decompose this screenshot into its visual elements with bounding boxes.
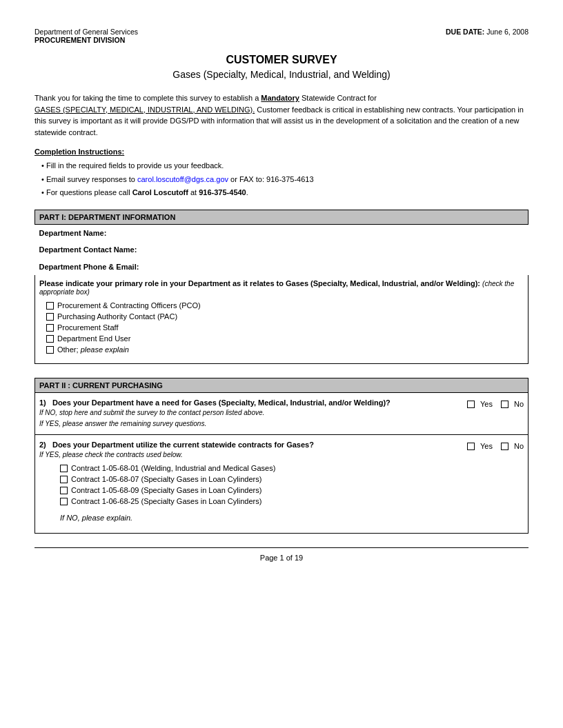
yes-label: Yes (480, 400, 493, 408)
contract-1: Contract 1-05-68-01 (Welding, Industrial… (60, 464, 517, 472)
question1-row: 1) Does your Department have a need for … (35, 393, 529, 435)
dept-phone-row: Department Phone & Email: (35, 259, 529, 276)
intro-mandatory: Mandatory (261, 94, 299, 102)
completion-item-2: Email survey responses to carol.loscutof… (41, 174, 529, 185)
if-no-explain: If NO, please explain. (39, 511, 524, 527)
page-header: Department of General Services PROCUREME… (34, 28, 529, 44)
title-section: CUSTOMER SURVEY Gases (Specialty, Medica… (34, 54, 529, 80)
checkbox-q1-no[interactable] (501, 401, 508, 408)
yes-label-2: Yes (480, 442, 493, 450)
role-label: Please indicate your primary role in you… (39, 279, 524, 296)
question2-bold: 2) Does your Department utilize the curr… (39, 441, 314, 449)
checkbox-contract-4[interactable] (60, 498, 68, 505)
checkbox-q2-yes[interactable] (467, 443, 475, 450)
role-pco-label: Procurement & Contracting Officers (PCO) (57, 301, 201, 310)
subtitle: Gases (Specialty, Medical, Industrial, a… (34, 69, 529, 80)
role-sublabel: (check the appropriate box) (39, 280, 514, 296)
role-list: Procurement & Contracting Officers (PCO)… (39, 297, 524, 361)
contract-3: Contract 1-05-68-09 (Specialty Gases in … (60, 486, 517, 494)
role-pac: Purchasing Authority Contact (PAC) (46, 312, 517, 321)
completion-section: Completion Instructions: Fill in the req… (34, 148, 529, 199)
org-line2: PROCUREMENT DIVISION (34, 36, 138, 44)
role-pco: Procurement & Contracting Officers (PCO) (46, 301, 517, 310)
contact-phone: 916-375-4540 (199, 188, 246, 196)
dept-contact-row: Department Contact Name: (35, 241, 529, 259)
role-end-user: Department End User (46, 334, 517, 343)
role-end-user-label: Department End User (57, 334, 130, 343)
question2-inner: 2) Does your Department utilize the curr… (39, 441, 524, 460)
completion-item-1: Fill in the required fields to provide u… (41, 160, 529, 172)
due-date-value: June 6, 2008 (486, 28, 529, 36)
role-procurement-staff: Procurement Staff (46, 323, 517, 332)
due-date-section: DUE DATE: June 6, 2008 (446, 28, 529, 36)
question1-yes: Yes (467, 400, 493, 408)
question1-note2: If YES, please answer the remaining surv… (39, 419, 459, 429)
intro-text1: Thank you for taking the time to complet… (34, 94, 261, 102)
contract-2: Contract 1-05-68-07 (Specialty Gases in … (60, 475, 517, 483)
checkbox-procurement-staff[interactable] (46, 324, 54, 332)
email-link[interactable]: carol.loscutoff@dgs.ca.gov (137, 175, 228, 183)
part2-header-row: PART II : CURRENT PURCHASING (35, 378, 529, 393)
checkbox-pco[interactable] (46, 302, 54, 310)
org-line1: Department of General Services (34, 28, 138, 36)
contract-4: Contract 1-06-68-25 (Specialty Gases in … (60, 497, 517, 505)
question2-no: No (501, 442, 524, 450)
due-label: DUE DATE: (446, 28, 484, 36)
part2-table: PART II : CURRENT PURCHASING 1) Does you… (34, 378, 529, 534)
page-footer: Page 1 of 19 (34, 547, 529, 562)
question2-row: 2) Does your Department utilize the curr… (35, 435, 529, 534)
role-row: Please indicate your primary role in you… (35, 275, 529, 364)
contract-1-label: Contract 1-05-68-01 (Welding, Industrial… (71, 464, 275, 472)
checkbox-end-user[interactable] (46, 335, 54, 343)
contracts-list: Contract 1-05-68-01 (Welding, Industrial… (39, 460, 524, 511)
part1-header-row: PART I: DEPARTMENT INFORMATION (35, 210, 529, 224)
question1-bold: 1) Does your Department have a need for … (39, 398, 391, 407)
role-pac-label: Purchasing Authority Contact (PAC) (57, 312, 177, 321)
org-info: Department of General Services PROCUREME… (34, 28, 138, 44)
question2-text: 2) Does your Department utilize the curr… (39, 441, 459, 460)
intro-paragraph: Thank you for taking the time to complet… (34, 92, 529, 138)
question2-yes-no: Yes No (459, 441, 524, 450)
question2-note1: If YES, please check the contracts used … (39, 450, 459, 460)
no-label: No (514, 400, 524, 408)
dept-contact-label: Department Contact Name: (35, 241, 529, 259)
part2-header: PART II : CURRENT PURCHASING (35, 378, 529, 393)
question1-note1: If NO, stop here and submit the survey t… (39, 408, 459, 418)
question1-text: 1) Does your Department have a need for … (39, 398, 459, 429)
checkbox-q1-yes[interactable] (467, 401, 475, 408)
intro-gases: GASES (SPECIALTY, MEDICAL, INDUSTRIAL, A… (34, 105, 255, 114)
no-label-2: No (514, 442, 524, 450)
main-title: CUSTOMER SURVEY (34, 54, 529, 66)
question1-no: No (501, 400, 524, 408)
dept-name-label: Department Name: (35, 224, 529, 241)
checkbox-contract-1[interactable] (60, 465, 68, 472)
checkbox-contract-3[interactable] (60, 487, 68, 494)
contract-3-label: Contract 1-05-68-09 (Specialty Gases in … (71, 486, 261, 494)
completion-title: Completion Instructions: (34, 148, 529, 156)
completion-list: Fill in the required fields to provide u… (34, 160, 529, 199)
part1-table: PART I: DEPARTMENT INFORMATION Departmen… (34, 210, 529, 365)
page-number: Page 1 of 19 (260, 554, 303, 562)
dept-phone-label: Department Phone & Email: (35, 259, 529, 276)
checkbox-other[interactable] (46, 346, 54, 354)
role-other-label: Other; please explain (57, 345, 129, 354)
intro-text2: Statewide Contract for (299, 94, 377, 102)
question1-yes-no: Yes No (459, 398, 524, 408)
question2-yes: Yes (467, 442, 493, 450)
role-other: Other; please explain (46, 345, 517, 354)
role-procurement-staff-label: Procurement Staff (57, 323, 118, 332)
contract-4-label: Contract 1-06-68-25 (Specialty Gases in … (71, 497, 261, 505)
part1-header: PART I: DEPARTMENT INFORMATION (35, 210, 529, 224)
contract-2-label: Contract 1-05-68-07 (Specialty Gases in … (71, 475, 261, 483)
checkbox-contract-2[interactable] (60, 476, 68, 483)
checkbox-pac[interactable] (46, 313, 54, 321)
question1-inner: 1) Does your Department have a need for … (39, 398, 524, 429)
completion-item-3: For questions please call Carol Loscutof… (41, 187, 529, 199)
checkbox-q2-no[interactable] (501, 443, 508, 450)
contact-name: Carol Loscutoff (132, 188, 188, 196)
dept-name-row: Department Name: (35, 224, 529, 241)
